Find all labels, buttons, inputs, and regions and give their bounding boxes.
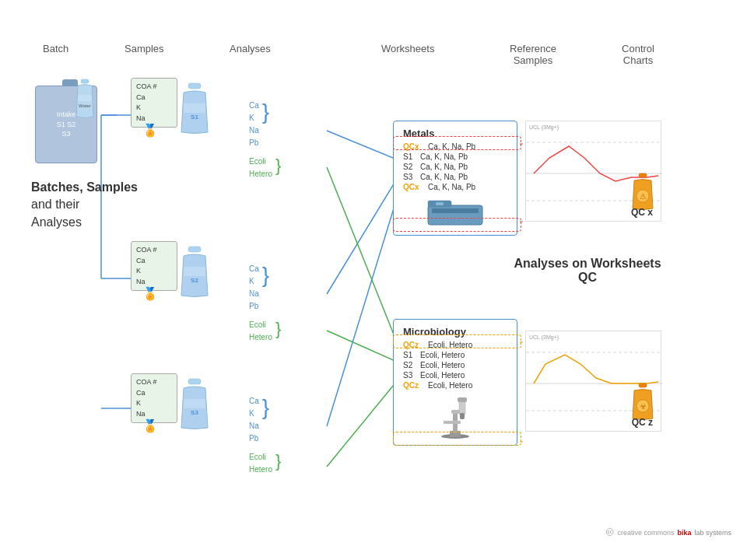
ws-micro-s1-label: S1 — [403, 351, 417, 359]
svg-rect-29 — [432, 208, 479, 213]
ws-micro-qcz2-label: QCz — [403, 381, 425, 390]
svg-rect-22 — [188, 247, 201, 252]
ws-metals-s3-label: S3 — [403, 173, 417, 181]
svg-rect-19 — [188, 83, 201, 89]
s2-bottle: S2 — [179, 245, 210, 299]
s2-analyses-metals: Ca K Na Pb } — [249, 263, 269, 313]
svg-rect-37 — [458, 397, 467, 402]
ws-metals-s2-analyses: Ca, K, Na, Pb — [420, 163, 468, 171]
ws-metals-qcx2-analyses: Ca, K, Na, Pb — [428, 183, 475, 191]
svg-rect-26 — [184, 399, 205, 408]
svg-text:Water: Water — [79, 103, 91, 108]
svg-text:S3: S3 — [191, 409, 198, 416]
s3-analyses-metals: Ca K Na Pb } — [249, 395, 269, 445]
s2-analyses-bio: Ecoli Hetero } — [249, 319, 281, 344]
ws-micro-s2-label: S2 — [403, 361, 417, 369]
ws-metals-s1-analyses: Ca, K, Na, Pb — [420, 152, 468, 161]
batches-annotation: Batches, Samples and theirAnalyses — [31, 179, 156, 231]
svg-rect-25 — [188, 379, 201, 384]
ws-micro-s1-analyses: Ecoli, Hetero — [420, 351, 465, 359]
ws-metals-s2-label: S2 — [403, 163, 417, 171]
coa-s1: COA #CaKNa — [131, 78, 177, 128]
analyses-qc-annotation: Analyses on WorksheetsQC — [510, 257, 665, 285]
s1-bottle: S1 — [179, 82, 210, 136]
micro-qc-label: QC z — [632, 417, 653, 428]
svg-text:S2: S2 — [191, 277, 198, 284]
s3-bottle: S3 — [179, 377, 210, 432]
footer: 🅭 creative commons bika lab systems — [606, 528, 731, 537]
ws-micro-s2-analyses: Ecoli, Hetero — [420, 361, 465, 369]
svg-line-10 — [327, 331, 397, 362]
svg-text:⚠: ⚠ — [640, 192, 647, 201]
ws-micro-qcz2-analyses: Ecoli, Hetero — [428, 381, 472, 390]
s1-analyses-bio: Ecoli Hetero } — [249, 156, 281, 180]
svg-line-7 — [327, 179, 397, 294]
metals-qcx2-dashed — [393, 218, 521, 232]
metals-qc-label: QC x — [631, 207, 653, 218]
micro-qcz1-dashed — [393, 334, 521, 348]
s3-analyses-bio: Ecoli Hetero } — [249, 451, 281, 476]
ws-micro-s3-label: S3 — [403, 371, 417, 380]
control-chart-metals: UCL (3Mg+) ⚠ QC x — [525, 121, 661, 222]
svg-rect-17 — [78, 95, 92, 101]
svg-text:☣: ☣ — [640, 402, 647, 411]
svg-line-11 — [327, 381, 397, 467]
footer-text: creative commons — [617, 529, 674, 537]
col-header-reference: Reference Samples — [502, 43, 564, 66]
batch-bottle-icon: Water — [74, 78, 96, 121]
col-header-batch: Batch — [43, 43, 68, 54]
svg-rect-20 — [184, 103, 205, 113]
col-header-samples: Samples — [124, 43, 164, 54]
svg-rect-49 — [639, 383, 647, 387]
s1-analyses-metals: Ca K Na Pb } — [249, 100, 269, 149]
svg-line-6 — [327, 131, 397, 159]
ws-metals-s3-analyses: Ca, K, Na, Pb — [420, 173, 468, 181]
svg-rect-43 — [639, 173, 647, 177]
svg-line-9 — [327, 167, 397, 342]
batch-clipboard: IntakeS1 S2S3 Water — [35, 78, 105, 171]
svg-rect-39 — [444, 421, 461, 424]
ref-bottle-metals: ⚠ — [631, 173, 654, 212]
svg-rect-38 — [460, 413, 465, 419]
coa-s3: COA #CaKNa — [131, 373, 177, 423]
metals-qcx1-dashed — [393, 136, 521, 150]
control-chart-micro: UCL (3Mg+) ☣ QC z — [525, 331, 661, 432]
col-header-worksheets: Worksheets — [381, 43, 434, 54]
svg-text:S1: S1 — [191, 114, 198, 121]
col-header-control: Control Charts — [607, 43, 669, 66]
ws-metals-qcx2-label: QCx — [403, 183, 425, 191]
svg-line-8 — [327, 198, 397, 426]
svg-rect-16 — [81, 79, 89, 83]
ref-bottle-micro: ☣ — [631, 383, 654, 422]
svg-rect-31 — [436, 202, 444, 205]
ws-micro-s3-analyses: Ecoli, Hetero — [420, 371, 465, 380]
micro-qcz2-dashed — [393, 432, 521, 446]
ws-metals-s1-label: S1 — [403, 152, 417, 161]
coa-s2: COA #CaKNa — [131, 241, 177, 291]
svg-rect-23 — [184, 267, 205, 276]
col-header-analyses: Analyses — [230, 43, 271, 54]
